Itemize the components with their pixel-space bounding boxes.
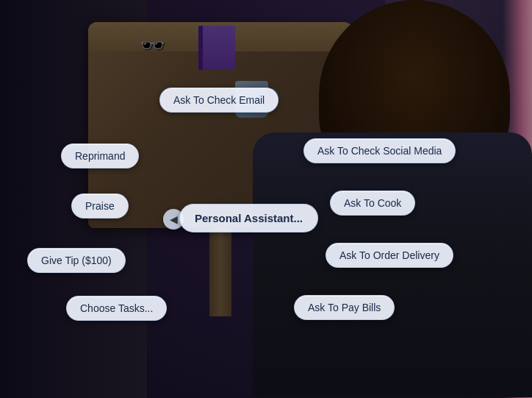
ask-to-cook-button[interactable]: Ask To Cook [330,191,415,216]
book [198,26,235,70]
sunglasses: 🕶️ [140,33,165,57]
choose-tasks-button[interactable]: Choose Tasks... [66,296,167,321]
ask-to-pay-bills-button[interactable]: Ask To Pay Bills [294,295,395,320]
personal-assistant-label[interactable]: Personal Assistant... [179,204,318,232]
ask-check-social-media-button[interactable]: Ask To Check Social Media [303,138,456,163]
ask-check-email-button[interactable]: Ask To Check Email [159,88,278,113]
desk-leg [209,221,231,316]
give-tip-button[interactable]: Give Tip ($100) [27,248,126,273]
reprimand-button[interactable]: Reprimand [61,143,139,168]
praise-button[interactable]: Praise [71,193,129,218]
ask-to-order-delivery-button[interactable]: Ask To Order Delivery [326,243,453,268]
